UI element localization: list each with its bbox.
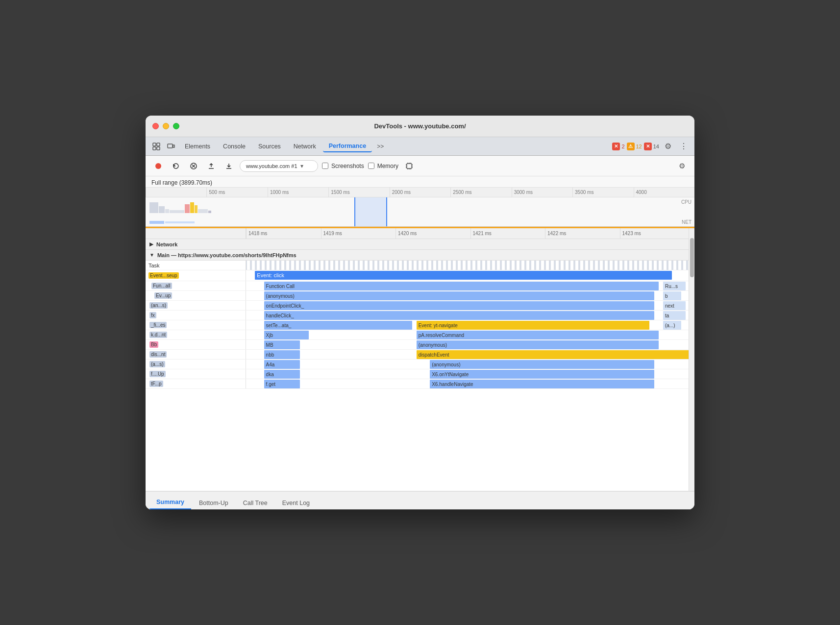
svg-rect-3: [157, 147, 160, 150]
flame-block-sette[interactable]: setTe...ata_: [264, 321, 412, 330]
flame-row-5: _fi...es setTe...ata_ Event: yt-navigate…: [146, 320, 694, 330]
row-content-2: (anonymous) b: [246, 291, 694, 300]
row-label-0: Event...seup: [146, 270, 246, 281]
window-title: DevTools - www.youtube.com/: [374, 122, 466, 130]
flame-block-mb[interactable]: MB: [264, 340, 300, 349]
screenshots-checkbox[interactable]: [322, 163, 328, 169]
flame-block-pa[interactable]: pA.resolveCommand: [417, 331, 659, 339]
flame-block-handleclick[interactable]: handleClick_: [264, 311, 654, 320]
row-content-0: Event: click: [246, 270, 694, 281]
vertical-scrollbar[interactable]: [689, 228, 694, 491]
row-label-2: Ev...up: [146, 291, 246, 300]
flame-chart[interactable]: 1418 ms 1419 ms 1420 ms 1421 ms 1422 ms …: [146, 228, 694, 491]
settings-icon[interactable]: ⚙: [661, 140, 675, 153]
flame-block-fget[interactable]: f.get: [264, 380, 300, 388]
detail-tick-3: 1421 ms: [470, 228, 545, 239]
flame-block-rus[interactable]: Ru...s: [663, 282, 686, 290]
svg-point-6: [155, 163, 161, 169]
flame-row-1: Fun...all Function Call Ru...s: [146, 281, 694, 291]
minimize-button[interactable]: [163, 123, 169, 129]
flame-block-ta[interactable]: ta: [663, 311, 686, 320]
flame-block-dispatch[interactable]: dispatchEvent: [417, 350, 694, 359]
tab-summary[interactable]: Summary: [149, 496, 191, 509]
ruler-tick-7: 3500 ms: [572, 188, 633, 197]
flame-block-xjb[interactable]: Xjb: [264, 331, 309, 339]
flame-block-dka[interactable]: dka: [264, 370, 300, 379]
row-label-4: fx: [146, 311, 246, 320]
flame-block-nbb[interactable]: nbb: [264, 350, 300, 359]
flame-block-endpoint[interactable]: onEndpointClick_: [264, 301, 654, 310]
flame-block-anon2[interactable]: (anonymous): [417, 340, 659, 349]
info-icon: ✕: [644, 143, 652, 150]
download-button[interactable]: [222, 159, 236, 173]
cpu-label: CPU: [681, 199, 692, 205]
flame-block-x6-handle[interactable]: X6.handleNavigate: [430, 380, 654, 388]
timeline-selection[interactable]: [354, 197, 387, 227]
ruler-tick-3: 1500 ms: [328, 188, 389, 197]
tab-sources[interactable]: Sources: [252, 141, 287, 152]
row-label-3: (an...s): [146, 301, 246, 310]
reload-record-button[interactable]: [169, 159, 183, 173]
detail-tick-0: 1418 ms: [246, 228, 321, 239]
tab-performance[interactable]: Performance: [323, 141, 372, 152]
row-content-1: Function Call Ru...s: [246, 281, 694, 290]
clear-button[interactable]: [187, 159, 200, 173]
flame-block-anon[interactable]: (anonymous): [264, 291, 654, 300]
flame-block-next[interactable]: next: [663, 301, 686, 310]
memory-toggle[interactable]: Memory: [368, 163, 398, 169]
device-icon[interactable]: [164, 140, 178, 153]
tab-call-tree[interactable]: Call Tree: [236, 497, 274, 509]
ruler-tick-1: 500 ms: [206, 188, 267, 197]
info-badge: ✕ 14: [644, 143, 659, 150]
tab-actions: ✕ 2 ⚠ 12 ✕ 14 ⚙ ⋮: [612, 140, 691, 153]
timeline-ruler: 500 ms 1000 ms 1500 ms 2000 ms 2500 ms 3…: [146, 188, 694, 197]
url-selector[interactable]: www.youtube.com #1 ▾: [240, 160, 318, 172]
timeline-overview[interactable]: 500 ms 1000 ms 1500 ms 2000 ms 2500 ms 3…: [146, 188, 694, 227]
upload-button[interactable]: [204, 159, 218, 173]
net-label: NET: [682, 219, 692, 225]
tab-elements[interactable]: Elements: [179, 141, 216, 152]
tab-bottom-up[interactable]: Bottom-Up: [192, 497, 235, 509]
scroll-thumb[interactable]: [690, 238, 694, 277]
flame-block-function-call[interactable]: Function Call: [264, 282, 659, 290]
row-label-9: (a...s): [146, 360, 246, 369]
tab-event-log[interactable]: Event Log: [275, 497, 317, 509]
svg-rect-10: [407, 164, 412, 168]
flame-block-a[interactable]: (a...): [663, 321, 681, 330]
close-button[interactable]: [152, 123, 159, 129]
main-section-header[interactable]: ▼ Main — https://www.youtube.com/shorts/…: [146, 250, 694, 261]
tab-bar: Elements Console Sources Network Perform…: [146, 137, 694, 156]
tab-console[interactable]: Console: [217, 141, 251, 152]
flame-row-6: k.d...nt Xjb pA.resolveCommand: [146, 330, 694, 340]
flame-row-11: tF...p f.get X6.handleNavigate: [146, 379, 694, 389]
error-badge: ✕ 2: [612, 143, 624, 150]
warn-badge: ⚠ 12: [627, 143, 642, 150]
capture-settings-icon[interactable]: ⚙: [675, 159, 689, 173]
detail-tick-4: 1422 ms: [545, 228, 620, 239]
flame-block-yt-navigate[interactable]: Event: yt-navigate: [417, 321, 650, 330]
memory-checkbox[interactable]: [368, 163, 374, 169]
tab-network[interactable]: Network: [288, 141, 322, 152]
svg-rect-0: [153, 143, 156, 146]
inspector-icon[interactable]: [149, 140, 163, 153]
flame-block-b[interactable]: b: [663, 291, 681, 300]
performance-toolbar: www.youtube.com #1 ▾ Screenshots Memory …: [146, 156, 694, 176]
maximize-button[interactable]: [173, 123, 179, 129]
more-tabs[interactable]: >>: [373, 141, 388, 152]
devtools-content: Full range (3899.70ms) 500 ms 1000 ms 15…: [146, 176, 694, 509]
svg-rect-5: [173, 145, 174, 147]
detail-tick-1: 1419 ms: [321, 228, 396, 239]
more-options-icon[interactable]: ⋮: [677, 140, 691, 153]
row-content-4: handleClick_ ta: [246, 311, 694, 320]
row-content-5: setTe...ata_ Event: yt-navigate (a...): [246, 320, 694, 330]
flame-block-a4a[interactable]: A4a: [264, 360, 300, 369]
record-button[interactable]: [151, 159, 165, 173]
network-section-header[interactable]: ▶ Network: [146, 239, 694, 250]
flame-row-3: (an...s) onEndpointClick_ next: [146, 301, 694, 311]
flame-block-anon3[interactable]: (anonymous): [430, 360, 654, 369]
flame-block-x6-nav[interactable]: X6.onYtNavigate: [430, 370, 654, 379]
screenshots-toggle[interactable]: Screenshots: [322, 163, 364, 169]
flame-block-event-click[interactable]: Event: click: [255, 271, 672, 280]
detail-tick-5: 1423 ms: [620, 228, 695, 239]
ruler-tick-6: 3000 ms: [512, 188, 572, 197]
